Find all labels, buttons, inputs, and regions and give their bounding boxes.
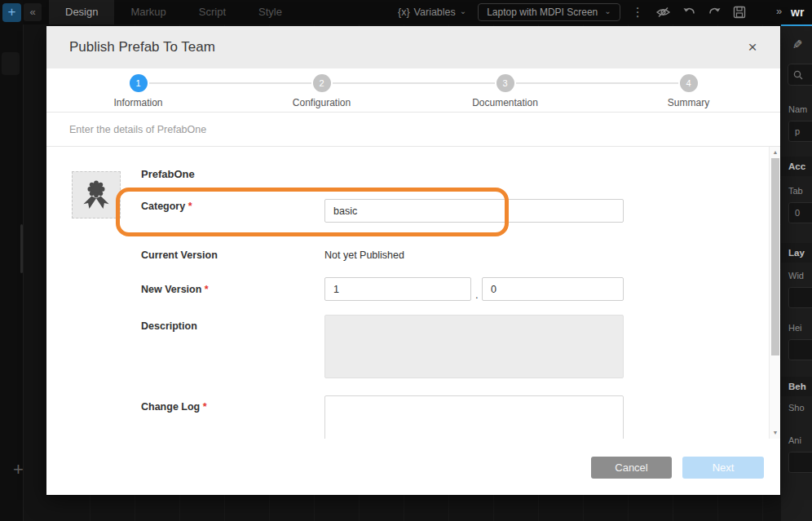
modal-title: Publish Prefab To Team <box>69 39 215 55</box>
version-minor-input[interactable] <box>482 277 624 301</box>
collapse-panel-button[interactable]: « <box>24 3 42 21</box>
required-asterisk: * <box>188 201 192 212</box>
wizard-stepper: 1 Information 2 Configuration 3 Document… <box>46 68 780 113</box>
next-button[interactable]: Next <box>682 457 764 479</box>
step-label: Configuration <box>230 97 413 108</box>
step-configuration[interactable]: 2 Configuration <box>230 68 413 108</box>
step-label: Information <box>46 97 230 108</box>
new-version-label: New Version * <box>141 284 209 295</box>
prop-width-label: Wid <box>788 271 804 280</box>
chevron-down-icon: ⌄ <box>604 7 611 15</box>
modal-subtitle-row: Enter the details of PrefabOne <box>46 113 780 147</box>
preview-hidden-icon[interactable] <box>655 7 671 18</box>
category-input[interactable] <box>324 199 624 223</box>
prop-section-behavior[interactable]: Beh <box>781 377 812 396</box>
step-summary[interactable]: 4 Summary <box>597 68 780 108</box>
modal-form-content: PrefabOne Category * Current Version Not… <box>46 147 780 439</box>
workspace-label: wr <box>791 6 804 19</box>
step-number-badge: 4 <box>680 74 698 92</box>
tab-style[interactable]: Style <box>242 0 298 24</box>
modal-footer: Cancel Next <box>46 439 780 495</box>
prop-show-label: Sho <box>788 403 805 413</box>
scroll-down-icon[interactable]: ▼ <box>770 428 781 438</box>
properties-search-input[interactable] <box>788 64 812 86</box>
step-label: Documentation <box>413 97 597 108</box>
toolbar-overflow-icon[interactable]: » <box>776 5 782 17</box>
prop-animation-input[interactable] <box>788 452 812 473</box>
version-separator: . <box>475 289 479 301</box>
prefab-thumbnail <box>72 171 121 219</box>
redo-icon[interactable] <box>708 7 722 18</box>
rosette-badge-icon <box>82 179 110 211</box>
search-icon <box>793 70 803 80</box>
required-asterisk: * <box>205 284 209 295</box>
step-number-badge: 3 <box>496 74 514 92</box>
left-sidebar-secondary <box>23 24 46 521</box>
cancel-button[interactable]: Cancel <box>591 457 672 479</box>
changelog-label: Change Log * <box>141 401 207 413</box>
add-page-icon[interactable]: + <box>13 459 24 480</box>
properties-panel: ✎ Nam p Acc Tab 0 Lay Wid Hei Beh Sho An… <box>781 24 812 521</box>
sidebar-widget-block <box>2 52 20 75</box>
prop-tabindex-label: Tab <box>788 186 803 196</box>
modal-subtitle: Enter the details of PrefabOne <box>69 124 206 135</box>
device-selector-label: Laptop with MDPI Screen <box>487 7 598 18</box>
prop-name-input[interactable]: p <box>788 121 812 142</box>
current-version-value: Not yet Published <box>324 249 404 261</box>
prop-width-input[interactable] <box>788 287 812 308</box>
chevron-down-icon: ⌄ <box>460 7 466 15</box>
prop-name-label: Nam <box>788 104 807 114</box>
description-label: Description <box>141 320 197 332</box>
prop-animation-label: Ani <box>788 435 801 445</box>
variables-label: Variables <box>414 7 456 18</box>
current-version-label: Current Version <box>141 249 218 261</box>
step-number-badge: 1 <box>130 74 148 92</box>
publish-prefab-modal: Publish Prefab To Team × 1 Information 2… <box>46 26 780 495</box>
kebab-menu-icon[interactable]: ⋮ <box>632 5 644 20</box>
variables-icon: {x} <box>398 7 410 18</box>
step-information[interactable]: 1 Information <box>46 68 230 108</box>
tab-markup[interactable]: Markup <box>114 0 182 24</box>
content-scrollbar[interactable]: ▲ ▼ <box>769 147 780 439</box>
step-number-badge: 2 <box>313 74 331 92</box>
modal-header: Publish Prefab To Team × <box>46 26 780 68</box>
device-selector-dropdown[interactable]: Laptop with MDPI Screen ⌄ <box>478 3 620 21</box>
top-toolbar: Design Markup Script Style {x} Variables… <box>0 0 812 24</box>
prefab-name-heading: PrefabOne <box>141 168 195 180</box>
prop-section-accessibility[interactable]: Acc <box>781 157 812 176</box>
toolbar-right-cluster: {x} Variables ⌄ Laptop with MDPI Screen … <box>398 0 746 24</box>
scroll-up-icon[interactable]: ▲ <box>770 148 781 157</box>
category-label: Category * <box>141 201 192 212</box>
step-label: Summary <box>597 97 780 108</box>
editor-mode-tabs: Design Markup Script Style <box>49 0 298 24</box>
prop-height-input[interactable] <box>788 339 812 360</box>
required-asterisk: * <box>203 401 207 413</box>
step-documentation[interactable]: 3 Documentation <box>413 68 597 108</box>
tab-design[interactable]: Design <box>49 0 114 24</box>
left-sidebar-rail <box>0 0 23 521</box>
version-major-input[interactable] <box>324 277 471 301</box>
undo-icon[interactable] <box>682 7 696 18</box>
prop-height-label: Hei <box>788 323 802 333</box>
description-textarea <box>324 315 624 378</box>
variables-dropdown[interactable]: {x} Variables ⌄ <box>398 7 466 18</box>
prop-section-layout[interactable]: Lay <box>781 243 812 263</box>
prop-tabindex-input[interactable]: 0 <box>788 202 812 223</box>
tab-script[interactable]: Script <box>183 0 242 24</box>
save-icon[interactable] <box>733 6 746 19</box>
close-icon[interactable]: × <box>743 38 762 57</box>
edit-pencil-icon[interactable]: ✎ <box>792 38 803 52</box>
changelog-textarea[interactable] <box>324 395 624 439</box>
add-widget-button[interactable]: + <box>2 3 21 22</box>
scrollbar-thumb[interactable] <box>771 158 779 355</box>
